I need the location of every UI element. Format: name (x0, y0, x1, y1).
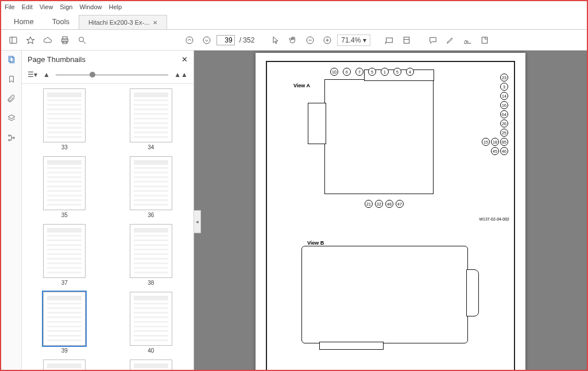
attachment-rail-icon[interactable] (6, 93, 17, 105)
thumbnail-page[interactable]: 34 (117, 88, 186, 150)
callout-bubble: 4 (406, 68, 414, 76)
svg-rect-16 (386, 38, 393, 42)
collapse-panel-handle[interactable]: ◂ (194, 210, 201, 233)
thumb-small-icon[interactable]: ▲ (43, 71, 50, 79)
thumb-size-slider[interactable] (56, 74, 168, 76)
app-menubar: File Edit View Sign Window Help (1, 1, 587, 13)
thumbnail-page[interactable]: 37 (30, 224, 99, 286)
thumbnail-preview (43, 156, 86, 210)
svg-marker-23 (8, 115, 15, 119)
thumbnail-page[interactable]: 42 (117, 360, 186, 370)
svg-rect-3 (63, 37, 67, 39)
page-number-input[interactable] (216, 35, 235, 45)
callout-bubble: 18 (491, 138, 499, 146)
callout-bubble: 47 (396, 200, 404, 208)
tab-bar: Home Tools Hitachi Ex200-3 Ex-... ✕ (1, 13, 587, 30)
thumbnails-title: Page Thumbnails (28, 55, 86, 64)
thumbnail-page[interactable]: 41 (30, 360, 99, 370)
tab-tools[interactable]: Tools (43, 14, 79, 29)
menu-file[interactable]: File (5, 3, 15, 10)
svg-point-9 (203, 37, 210, 44)
svg-point-6 (79, 37, 84, 41)
callout-bubble: 5 (393, 68, 401, 76)
thumbnails-rail-icon[interactable] (6, 54, 17, 65)
sign-icon[interactable] (460, 33, 475, 48)
menu-edit[interactable]: Edit (22, 3, 33, 10)
callout-bubble: 23 (500, 74, 508, 82)
thumbnail-page[interactable]: 36 (117, 156, 186, 218)
zoom-out-icon[interactable] (303, 33, 318, 48)
close-tab-icon[interactable]: ✕ (153, 20, 157, 26)
menu-view[interactable]: View (40, 3, 53, 10)
page-total-label: / 352 (237, 36, 257, 44)
thumbnail-page[interactable]: 38 (117, 224, 186, 286)
page-down-icon[interactable] (199, 33, 214, 48)
comment-icon[interactable] (425, 33, 440, 48)
thumbnail-preview (130, 360, 172, 370)
thumb-options-icon[interactable]: ☰▾ (28, 71, 37, 79)
thumbnail-page[interactable]: 39 (30, 292, 99, 354)
svg-point-24 (8, 135, 10, 137)
svg-marker-10 (273, 37, 278, 44)
view-b-label: View B (307, 240, 324, 246)
tab-document-label: Hitachi Ex200-3 Ex-... (88, 19, 149, 26)
callout-bubble: 21 (365, 200, 373, 208)
cloud-icon[interactable] (40, 33, 55, 48)
thumbnail-preview (43, 224, 86, 278)
menu-sign[interactable]: Sign (60, 3, 72, 10)
zoom-dropdown[interactable]: 71.4%▾ (337, 34, 370, 46)
thumb-large-icon[interactable]: ▲▲ (174, 71, 188, 79)
zoom-in-icon[interactable] (320, 33, 335, 48)
thumbnail-number: 38 (148, 280, 154, 286)
highlight-icon[interactable] (443, 33, 458, 48)
figure-a-label: W137-02-04-002 (479, 217, 509, 221)
model-tree-rail-icon[interactable] (6, 132, 17, 144)
view-a-label: View A (293, 83, 310, 88)
callout-bubble: 46 (500, 147, 508, 155)
close-panel-icon[interactable]: ✕ (181, 55, 188, 64)
callouts-bottom: 21224847 (365, 200, 404, 208)
figure-b-label: W137-02-04-003 (479, 369, 509, 370)
callouts-top: 10675154 (330, 68, 414, 76)
fit-width-icon[interactable] (382, 33, 397, 48)
fit-page-icon[interactable] (399, 33, 414, 48)
print-icon[interactable] (57, 33, 72, 48)
menu-window[interactable]: Window (79, 3, 102, 10)
callout-bubble: 85 (500, 138, 508, 146)
page-border: View A 23314166426251518854546 10675154 … (266, 61, 515, 370)
callout-bubble: 7 (355, 68, 363, 76)
callout-bubble: 3 (500, 83, 508, 91)
more-tools-icon[interactable] (477, 33, 492, 48)
thumbnail-page[interactable]: 40 (117, 292, 186, 354)
thumbnail-number: 36 (148, 212, 154, 218)
bookmark-rail-icon[interactable] (6, 74, 17, 85)
pointer-icon[interactable] (268, 33, 283, 48)
menu-help[interactable]: Help (109, 3, 122, 10)
tab-home[interactable]: Home (5, 14, 43, 29)
callout-bubble: 1 (381, 68, 389, 76)
hand-icon[interactable] (285, 33, 300, 48)
diagram-view-b (301, 246, 468, 343)
callout-bubble: 5 (368, 68, 376, 76)
page-up-icon[interactable] (182, 33, 197, 48)
star-icon[interactable] (23, 33, 38, 48)
callout-bubble: 48 (385, 200, 393, 208)
svg-point-26 (13, 137, 14, 139)
svg-point-8 (186, 37, 193, 44)
callouts-view-a: 23314166426251518854546 (445, 74, 508, 156)
thumbnail-preview (43, 360, 86, 370)
sidebar-toggle-icon[interactable] (6, 33, 21, 48)
callout-bubble: 14 (500, 92, 508, 100)
document-viewport[interactable]: ◂ View A 23314166426251518854546 1067515… (194, 51, 587, 370)
callout-bubble: 16 (500, 101, 508, 109)
chevron-down-icon: ▾ (363, 36, 366, 44)
thumbnail-number: 39 (61, 347, 68, 354)
callout-bubble: 15 (482, 138, 490, 146)
layers-rail-icon[interactable] (6, 113, 17, 124)
thumbnail-page[interactable]: 33 (30, 88, 99, 150)
thumbnail-page[interactable]: 35 (30, 156, 99, 218)
callout-bubble: 26 (500, 119, 508, 127)
thumbnail-preview (43, 88, 86, 142)
tab-document[interactable]: Hitachi Ex200-3 Ex-... ✕ (79, 15, 167, 29)
search-icon[interactable] (75, 33, 90, 48)
